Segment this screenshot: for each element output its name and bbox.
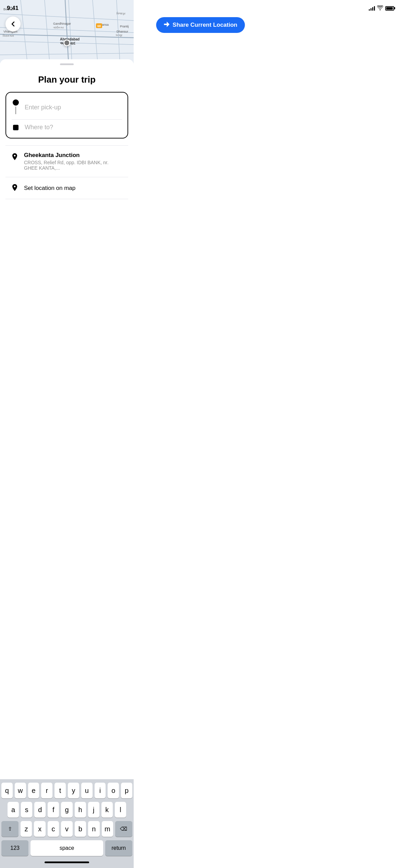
route-connector-line	[15, 107, 16, 114]
location-marker	[63, 39, 70, 46]
divider-bottom	[5, 199, 128, 199]
route-input-box: Where to?	[5, 92, 128, 138]
svg-text:વિરામગામ: વિરામગામ	[3, 34, 14, 37]
status-time: 9:41	[7, 5, 19, 12]
suggestion-secondary: CROSS, Relief Rd, opp. IDBI BANK, nr. GH…	[24, 160, 123, 171]
destination-square-icon	[13, 125, 19, 130]
bottom-sheet: Plan your trip Where to? Gheekanta Junct…	[0, 69, 134, 199]
destination-row: Where to?	[12, 120, 122, 134]
set-location-item[interactable]: Set location on map	[5, 177, 128, 199]
svg-text:68: 68	[97, 24, 101, 28]
set-location-pin-icon	[11, 183, 19, 193]
svg-text:ગાંધીનગર: ગાંધીનગર	[53, 26, 64, 29]
status-bar: 9:41	[0, 0, 134, 14]
svg-text:Dhansur: Dhansur	[117, 30, 128, 33]
suggestion-item[interactable]: Gheekanta Junction CROSS, Relief Rd, opp…	[5, 146, 128, 177]
svg-text:Prantij: Prantij	[120, 25, 129, 28]
destination-placeholder[interactable]: Where to?	[25, 124, 122, 131]
pickup-dot-icon	[13, 99, 19, 106]
destination-icon-col	[12, 125, 20, 130]
pickup-row	[12, 97, 122, 120]
page-title: Plan your trip	[5, 69, 128, 92]
svg-text:ધન્સૂર: ધન્સૂર	[116, 34, 122, 37]
set-location-label[interactable]: Set location on map	[24, 185, 75, 192]
suggestion-pin-icon	[11, 153, 19, 162]
svg-text:Gandhinagar: Gandhinagar	[53, 22, 71, 25]
drag-handle	[60, 63, 74, 65]
back-button[interactable]	[5, 16, 21, 32]
pickup-icon-col	[12, 99, 20, 115]
suggestion-primary: Gheekanta Junction	[24, 152, 123, 159]
svg-text:Ahmedabad: Ahmedabad	[60, 37, 80, 41]
suggestion-text: Gheekanta Junction CROSS, Relief Rd, opp…	[24, 152, 123, 171]
pickup-input[interactable]	[25, 104, 122, 111]
